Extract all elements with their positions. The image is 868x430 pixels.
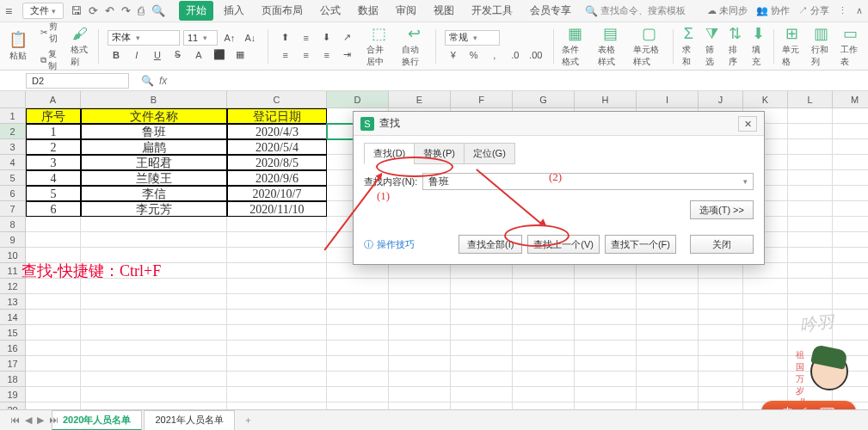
cell[interactable] bbox=[833, 248, 868, 263]
cell[interactable] bbox=[227, 232, 327, 248]
cell[interactable] bbox=[389, 263, 451, 279]
col-header[interactable]: H bbox=[575, 91, 637, 108]
cell[interactable] bbox=[327, 341, 389, 356]
col-header[interactable]: M bbox=[833, 91, 868, 108]
cell[interactable] bbox=[699, 341, 743, 356]
strike-icon[interactable]: S̶ bbox=[169, 47, 187, 63]
copy-button[interactable]: ⧉ 复制 bbox=[38, 47, 60, 73]
row-header[interactable]: 2 bbox=[0, 124, 26, 139]
command-search[interactable]: 🔍查找命令、搜索模板 bbox=[585, 4, 686, 17]
cut-button[interactable]: ✂ 剪切 bbox=[38, 20, 60, 46]
cell[interactable]: 王昭君 bbox=[81, 155, 227, 170]
cell[interactable]: 2020/5/4 bbox=[227, 139, 327, 155]
cond-format-button[interactable]: ▦条件格式 bbox=[558, 22, 590, 70]
cell[interactable] bbox=[788, 279, 833, 294]
cell[interactable] bbox=[575, 310, 637, 325]
bold-icon[interactable]: B bbox=[108, 47, 125, 63]
dialog-close-icon[interactable]: ✕ bbox=[738, 116, 757, 132]
currency-icon[interactable]: ¥ bbox=[445, 47, 462, 63]
hamburger-icon[interactable]: ≡ bbox=[5, 4, 21, 18]
cell[interactable] bbox=[81, 294, 227, 310]
cell[interactable] bbox=[513, 279, 575, 294]
cell[interactable] bbox=[227, 294, 327, 310]
rowscols-button[interactable]: ▥行和列 bbox=[808, 22, 834, 70]
cell[interactable] bbox=[513, 310, 575, 325]
fn-icon[interactable]: 🔍 bbox=[141, 75, 154, 87]
options-button[interactable]: 选项(T) >> bbox=[690, 200, 754, 219]
col-header[interactable]: B bbox=[81, 91, 227, 108]
sync-icon[interactable]: ⟳ bbox=[89, 4, 98, 17]
cell[interactable]: 扁鹊 bbox=[81, 139, 227, 155]
preview-icon[interactable]: 🔍 bbox=[151, 4, 165, 17]
share-button[interactable]: ↗ 分享 bbox=[798, 4, 829, 17]
cell[interactable] bbox=[81, 387, 227, 402]
dialog-tab-1[interactable]: 替换(P) bbox=[414, 143, 465, 164]
cell[interactable] bbox=[451, 263, 513, 279]
cell[interactable] bbox=[833, 155, 868, 170]
find-input[interactable]: 鲁班 bbox=[422, 173, 754, 190]
cell[interactable] bbox=[637, 356, 699, 372]
row-header[interactable]: 9 bbox=[0, 232, 26, 248]
cell[interactable]: 2020/4/3 bbox=[227, 124, 327, 139]
col-header[interactable]: J bbox=[699, 91, 743, 108]
name-box[interactable]: D2 bbox=[26, 73, 129, 89]
cell[interactable] bbox=[227, 279, 327, 294]
redo-icon[interactable]: ↷ bbox=[121, 4, 131, 17]
row-header[interactable]: 6 bbox=[0, 186, 26, 201]
cell[interactable] bbox=[513, 372, 575, 387]
collab-button[interactable]: 👥 协作 bbox=[756, 4, 790, 17]
cell[interactable] bbox=[833, 310, 868, 325]
cell[interactable]: 2020/9/6 bbox=[227, 170, 327, 186]
cell[interactable] bbox=[227, 217, 327, 232]
cell[interactable] bbox=[451, 372, 513, 387]
cell[interactable] bbox=[833, 279, 868, 294]
cell[interactable] bbox=[575, 325, 637, 341]
cell[interactable] bbox=[637, 263, 699, 279]
cell[interactable]: 文件名称 bbox=[81, 108, 227, 124]
cell[interactable] bbox=[26, 325, 81, 341]
cell[interactable] bbox=[637, 372, 699, 387]
cell[interactable] bbox=[699, 279, 743, 294]
cell[interactable] bbox=[327, 279, 389, 294]
find-prev-button[interactable]: 查找上一个(V) bbox=[527, 235, 600, 254]
ribbon-tab-5[interactable]: 审阅 bbox=[389, 1, 423, 21]
cell[interactable] bbox=[389, 341, 451, 356]
fx-icon[interactable]: fx bbox=[159, 75, 167, 87]
cell[interactable] bbox=[743, 279, 788, 294]
cell[interactable] bbox=[513, 263, 575, 279]
cell[interactable] bbox=[451, 356, 513, 372]
file-menu[interactable]: 文件▾ bbox=[22, 3, 64, 19]
row-header[interactable]: 15 bbox=[0, 325, 26, 341]
cell[interactable] bbox=[513, 325, 575, 341]
row-header[interactable]: 19 bbox=[0, 387, 26, 402]
col-header[interactable]: K bbox=[743, 91, 788, 108]
cell[interactable] bbox=[327, 294, 389, 310]
cell[interactable] bbox=[833, 139, 868, 155]
find-next-button[interactable]: 查找下一个(F) bbox=[605, 235, 676, 254]
cell[interactable] bbox=[451, 387, 513, 402]
cell[interactable] bbox=[575, 279, 637, 294]
cell[interactable]: 1 bbox=[26, 124, 81, 139]
dialog-tab-2[interactable]: 定位(G) bbox=[464, 143, 515, 164]
grow-font-icon[interactable]: A↑ bbox=[221, 30, 238, 46]
ribbon-tab-4[interactable]: 数据 bbox=[351, 1, 385, 21]
italic-icon[interactable]: I bbox=[128, 47, 145, 63]
font-combo[interactable]: 宋体 bbox=[108, 30, 180, 46]
cell[interactable] bbox=[26, 232, 81, 248]
row-header[interactable]: 3 bbox=[0, 139, 26, 155]
size-combo[interactable]: 11 bbox=[183, 30, 218, 46]
ribbon-tab-8[interactable]: 会员专享 bbox=[523, 1, 578, 21]
cell[interactable] bbox=[227, 372, 327, 387]
cell[interactable] bbox=[575, 387, 637, 402]
row-header[interactable]: 13 bbox=[0, 294, 26, 310]
cell[interactable] bbox=[788, 108, 833, 124]
cell[interactable] bbox=[513, 387, 575, 402]
close-button[interactable]: 关闭 bbox=[690, 235, 754, 254]
col-header[interactable]: A bbox=[26, 91, 81, 108]
cell[interactable] bbox=[389, 372, 451, 387]
cell[interactable] bbox=[575, 356, 637, 372]
cell[interactable] bbox=[699, 325, 743, 341]
dec-inc-icon[interactable]: .0 bbox=[507, 47, 524, 63]
cell[interactable] bbox=[227, 325, 327, 341]
cell[interactable] bbox=[451, 325, 513, 341]
